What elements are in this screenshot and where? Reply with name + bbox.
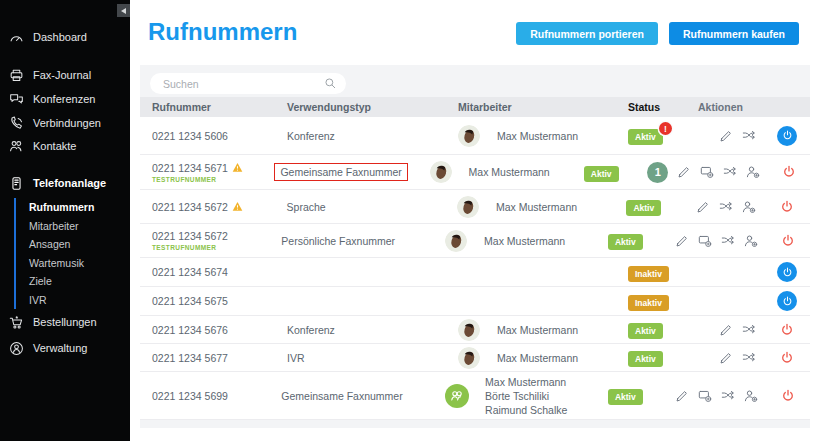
forward-button[interactable] xyxy=(700,165,714,179)
avatar xyxy=(445,230,467,252)
shuffle-icon xyxy=(721,389,735,403)
table-row[interactable]: 0221 1234 5672 Sprache Max Mustermann Ak… xyxy=(140,190,810,224)
employee-name: Max Mustermann xyxy=(484,234,565,248)
table-row[interactable]: 0221 1234 5677 IVR Max Mustermann Aktiv xyxy=(140,344,810,372)
sidebar-item-bestellungen[interactable]: Bestellungen xyxy=(0,311,130,333)
submenu-item-mitarbeiter[interactable]: Mitarbeiter xyxy=(29,217,130,236)
search-icon[interactable] xyxy=(324,77,337,90)
sidebar-item-label: Verwaltung xyxy=(33,342,87,354)
column-header-verwendungstyp: Verwendungstyp xyxy=(287,101,458,113)
deactivate-button[interactable] xyxy=(780,351,794,365)
shuffle-button[interactable] xyxy=(721,389,735,403)
deactivate-button[interactable] xyxy=(781,389,795,403)
phone-waves-icon xyxy=(9,116,24,131)
submenu-item-ansagen[interactable]: Ansagen xyxy=(29,235,130,254)
shuffle-button[interactable] xyxy=(742,323,756,337)
activate-button[interactable] xyxy=(777,126,797,146)
deactivate-button[interactable] xyxy=(782,165,796,179)
avatar xyxy=(458,125,480,147)
employee-name: Max Mustermann xyxy=(497,323,578,337)
column-header-rufnummer: Rufnummer xyxy=(140,101,287,113)
sidebar-item-telefonanlage[interactable]: Telefonanlage xyxy=(0,172,130,194)
table-row[interactable]: 0221 1234 5606 Konferenz Max Mustermann … xyxy=(140,117,810,155)
table-row[interactable]: 0221 1234 5671 TESTRUFNUMMER Gemeinsame … xyxy=(140,155,810,190)
shuffle-icon xyxy=(742,323,756,337)
edit-button[interactable] xyxy=(719,323,733,337)
shuffle-button[interactable] xyxy=(719,200,733,214)
shuffle-button[interactable] xyxy=(742,129,756,143)
edit-button[interactable] xyxy=(696,200,710,214)
phone-number: 0221 1234 5672 xyxy=(152,230,228,242)
sidebar-item-dashboard[interactable]: Dashboard xyxy=(0,26,130,48)
cart-star-icon xyxy=(9,315,24,330)
shuffle-button[interactable] xyxy=(742,351,756,365)
edit-button[interactable] xyxy=(677,165,691,179)
table-header: Rufnummer Verwendungstyp Mitarbeiter Sta… xyxy=(140,97,810,117)
submenu-item-ivr[interactable]: IVR xyxy=(29,291,130,310)
status-badge: Aktiv xyxy=(608,389,643,405)
power-icon xyxy=(780,200,794,214)
forward-button[interactable] xyxy=(698,234,712,248)
phone-number: 0221 1234 5606 xyxy=(152,130,228,142)
sidebar-item-verbindungen[interactable]: Verbindungen xyxy=(0,112,130,134)
forward-button[interactable] xyxy=(698,389,712,403)
sidebar-item-konferenzen[interactable]: Konferenzen xyxy=(0,88,130,110)
user-settings-button[interactable] xyxy=(744,234,758,248)
pencil-icon xyxy=(675,234,689,248)
shuffle-button[interactable] xyxy=(723,165,737,179)
employee-name: Max Mustermann xyxy=(485,375,567,389)
edit-button[interactable] xyxy=(675,389,689,403)
forward-device-icon xyxy=(700,165,714,179)
power-icon xyxy=(782,267,793,278)
avatar xyxy=(430,161,452,183)
table-row[interactable]: 0221 1234 5674 Inaktiv xyxy=(140,258,810,287)
annotation-marker: 1 xyxy=(647,162,668,183)
people-icon xyxy=(9,139,24,154)
activate-button[interactable] xyxy=(777,291,797,311)
avatar xyxy=(458,347,480,369)
buy-numbers-button[interactable]: Rufnummern kaufen xyxy=(669,22,799,45)
pencil-icon xyxy=(719,323,733,337)
table-row[interactable]: 0221 1234 5675 Inaktiv xyxy=(140,287,810,316)
gauge-icon xyxy=(9,30,24,45)
shuffle-button[interactable] xyxy=(721,234,735,248)
usage-type: Konferenz xyxy=(287,130,335,142)
submenu-item-ziele[interactable]: Ziele xyxy=(29,272,130,291)
phone-number: 0221 1234 5699 xyxy=(152,390,228,402)
edit-button[interactable] xyxy=(719,129,733,143)
table-row[interactable]: 0221 1234 5672 TESTRUFNUMMER Persönliche… xyxy=(140,224,810,258)
port-numbers-button[interactable]: Rufnummern portieren xyxy=(516,22,658,45)
sidebar-item-fax-journal[interactable]: Fax-Journal xyxy=(0,64,130,86)
employee-name: Börte Tschiliki xyxy=(485,389,567,403)
edit-button[interactable] xyxy=(675,234,689,248)
user-settings-button[interactable] xyxy=(742,200,756,214)
power-icon xyxy=(780,351,794,365)
forward-device-icon xyxy=(698,389,712,403)
status-badge: Aktiv xyxy=(584,166,619,182)
power-icon xyxy=(780,323,794,337)
usage-type: Gemeinsame Faxnummer xyxy=(281,390,402,402)
pencil-icon xyxy=(677,165,691,179)
deactivate-button[interactable] xyxy=(780,200,794,214)
activate-button[interactable] xyxy=(777,262,797,282)
sidebar-collapse-button[interactable] xyxy=(117,4,130,17)
sidebar-item-kontakte[interactable]: Kontakte xyxy=(0,135,130,157)
employee-name: Max Mustermann xyxy=(497,129,578,143)
sidebar-item-verwaltung[interactable]: Verwaltung xyxy=(0,337,130,359)
user-settings-button[interactable] xyxy=(744,389,758,403)
submenu-item-wartemusik[interactable]: Wartemusik xyxy=(29,254,130,273)
edit-button[interactable] xyxy=(719,351,733,365)
submenu-item-rufnummern[interactable]: Rufnummern xyxy=(29,198,130,217)
deactivate-button[interactable] xyxy=(781,234,795,248)
table-row[interactable]: 0221 1234 5699 Gemeinsame Faxnummer Max … xyxy=(140,372,810,420)
power-icon xyxy=(781,234,795,248)
power-icon xyxy=(781,389,795,403)
phone-number: 0221 1234 5675 xyxy=(152,295,228,307)
search-input[interactable] xyxy=(150,73,346,94)
sidebar-item-label: Bestellungen xyxy=(33,316,97,328)
table-row[interactable]: 0221 1234 5676 Konferenz Max Mustermann … xyxy=(140,316,810,344)
user-settings-button[interactable] xyxy=(746,165,760,179)
sidebar-item-label: Telefonanlage xyxy=(33,177,106,189)
status-badge: Aktiv xyxy=(626,200,661,216)
deactivate-button[interactable] xyxy=(780,323,794,337)
